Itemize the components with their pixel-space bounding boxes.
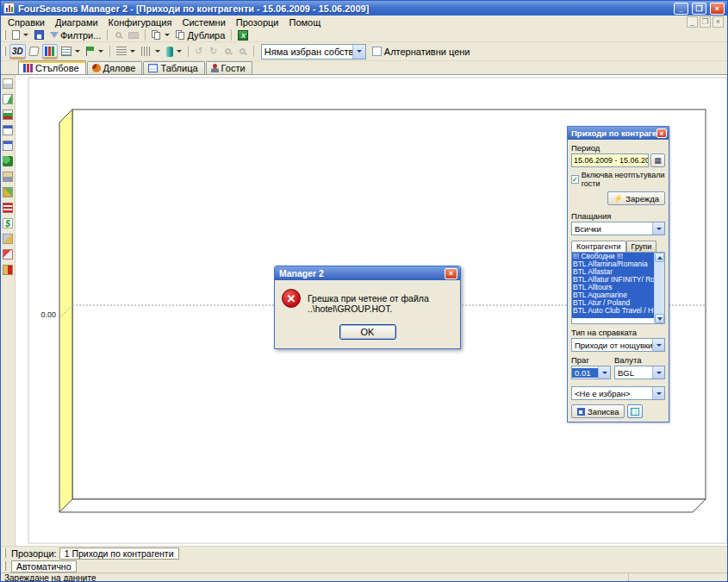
period-input[interactable]: 15.06.2009 - 15.06.2009 [571, 153, 649, 167]
coin-chart-button[interactable] [2, 264, 14, 276]
chevron-down-icon [656, 228, 662, 230]
list-item[interactable]: BTL Aquamarine [572, 291, 654, 299]
list-scrollbar[interactable] [654, 253, 664, 323]
list-item[interactable]: BTL Alltours [572, 284, 654, 291]
dialog-title-bar[interactable]: Manager 2 × [275, 266, 460, 280]
threshold-select[interactable]: 0.01 [571, 366, 611, 379]
tab-shares[interactable]: Дялове [87, 61, 143, 74]
toolbar-grip[interactable] [3, 30, 6, 40]
flag-report-button[interactable] [2, 109, 14, 121]
dropdown-arrow[interactable] [652, 366, 664, 379]
new-report-button[interactable] [9, 29, 31, 41]
cash-button[interactable] [2, 186, 14, 198]
mdi-close-button[interactable]: × [712, 16, 724, 28]
alt-prices-checkbox[interactable] [372, 47, 382, 56]
folder-print-button[interactable] [2, 171, 14, 183]
automatic-button[interactable]: Автоматично [11, 560, 77, 573]
dialog-close-button[interactable]: × [445, 268, 457, 279]
duplicate-button[interactable]: Дублира [173, 29, 227, 41]
list-item-partial[interactable] [572, 315, 654, 318]
labels-button[interactable] [84, 44, 106, 59]
form-window-button[interactable] [2, 124, 14, 136]
list-item[interactable]: !!! Свободни !!! [572, 253, 654, 260]
save-button[interactable] [32, 29, 47, 41]
vertical-grid-button[interactable] [139, 44, 163, 59]
menu-diagrami[interactable]: Диаграми [50, 17, 103, 28]
owner-select[interactable]: Няма избран собственици [261, 44, 366, 59]
dropdown-arrow[interactable] [652, 387, 664, 399]
minimize-button[interactable]: _ [674, 3, 688, 15]
print-button[interactable] [126, 29, 141, 41]
menu-pomosht[interactable]: Помощ [283, 17, 326, 28]
panel-close-button[interactable]: x [656, 128, 667, 138]
scroll-up-button[interactable] [655, 253, 664, 262]
tab-groups[interactable]: Групи [626, 241, 657, 252]
calendar-button[interactable]: ▦ [650, 153, 665, 167]
toolbar-grip[interactable] [3, 548, 6, 558]
list-item[interactable]: BTL Atur / Poland [572, 299, 654, 307]
scroll-down-button[interactable] [655, 314, 664, 323]
menu-konfiguracia[interactable]: Конфигурация [103, 17, 177, 28]
report-type-value: Приходи от нощувки [572, 341, 652, 350]
tab-contractors[interactable]: Контрагенти [571, 241, 626, 252]
calendar-board-button[interactable] [2, 78, 14, 90]
dropdown-arrow[interactable] [652, 222, 664, 235]
print-preview-button[interactable] [111, 29, 125, 41]
zoom-out-button[interactable] [236, 44, 250, 59]
ok-button[interactable]: OK [339, 324, 396, 340]
toolbar-grip[interactable] [3, 47, 6, 56]
revenue-button[interactable]: $ [2, 217, 14, 229]
dropdown-arrow[interactable] [652, 339, 664, 351]
close-button[interactable]: × [710, 3, 725, 15]
perspective-button[interactable] [27, 44, 41, 59]
audit-button[interactable] [2, 233, 14, 245]
rotate-right-button[interactable]: ↻ [207, 44, 221, 59]
menu-sistemni[interactable]: Системни [177, 17, 230, 28]
open-window-button[interactable]: 1 Приходи по контрагенти [59, 548, 179, 560]
copy-button[interactable] [149, 29, 172, 41]
grid-report-button[interactable] [2, 202, 14, 214]
currency-select[interactable]: BGL [614, 366, 665, 379]
include-guests-label: Включва неотпътували гости [582, 171, 665, 188]
form-copy-button[interactable] [2, 140, 14, 152]
bar-style-button[interactable] [42, 44, 58, 59]
horizontal-grid-button[interactable] [114, 44, 138, 59]
rotate-left-button[interactable]: ↺ [192, 44, 206, 59]
load-button[interactable]: ⚡ Зарежда [607, 191, 665, 205]
arrow-down-icon [657, 317, 663, 321]
filters-button[interactable]: Филтри... [47, 29, 103, 41]
report-type-select[interactable]: Приходи от нощувки [571, 338, 665, 352]
save-preset-button[interactable]: Записва [571, 404, 625, 418]
guests-button[interactable] [2, 155, 14, 167]
preset-select[interactable]: <Не е избран> [571, 386, 665, 400]
list-item[interactable]: BTL Alfastar [572, 268, 654, 276]
dropdown-arrow[interactable] [598, 366, 610, 379]
list-item[interactable]: BTL Auto Club Travel / Hunga [572, 307, 654, 315]
export-document-button[interactable] [2, 93, 14, 105]
dropdown-arrow[interactable] [352, 45, 365, 59]
tab-table[interactable]: Таблица [143, 61, 204, 74]
series-style-button[interactable] [164, 44, 184, 59]
mdi-minimize-button[interactable]: _ [687, 16, 698, 28]
include-guests-checkbox[interactable]: ✓ [571, 175, 579, 184]
legend-button[interactable] [59, 44, 83, 59]
menu-prozorci[interactable]: Прозорци [231, 17, 284, 28]
payments-select[interactable]: Всички [571, 222, 665, 235]
panel-title-bar[interactable]: Приходи по контрагенти x [568, 127, 669, 140]
manage-presets-button[interactable] [627, 404, 643, 418]
discount-button[interactable] [2, 248, 14, 260]
restore-button[interactable]: ❐ [692, 3, 706, 15]
tab-bars[interactable]: Стълбове [18, 60, 86, 74]
tab-guests[interactable]: Гости [206, 61, 252, 74]
filter-icon [50, 32, 59, 38]
list-item[interactable]: BTL Alfamina/Romania [572, 260, 654, 268]
toolbar-grip[interactable] [3, 561, 6, 571]
mdi-restore-button[interactable]: ❐ [700, 16, 711, 28]
export-excel-button[interactable]: X [235, 29, 251, 41]
toggle-3d-button[interactable]: 3D [9, 44, 26, 59]
dialog-body: ✕ Грешка при четене от файла ..\hotel\GR… [275, 280, 460, 321]
tab-guests-label: Гости [221, 63, 246, 73]
list-item[interactable]: BTL Alfatur INFINITY/ Romani [572, 276, 654, 284]
zoom-in-button[interactable] [221, 44, 235, 59]
menu-spravki[interactable]: Справки [3, 17, 50, 28]
